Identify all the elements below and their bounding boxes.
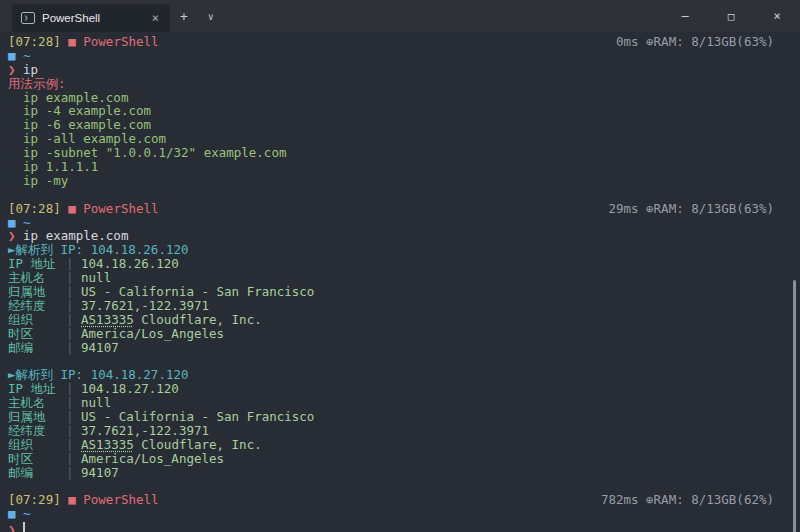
line-left: ❯ ip example.com [8, 229, 128, 243]
text-segment: PowerShell [83, 201, 158, 216]
line-left: 归属地| US - California - San Francisco [8, 410, 314, 424]
text-segment: IP 地址 [8, 257, 66, 271]
line-left: ❯ [8, 521, 25, 532]
terminal-line: ■ ~ [8, 507, 774, 521]
terminal-line: 经纬度| 37.7621,-122.3971 [8, 299, 774, 313]
terminal-line: ■ ~ [8, 49, 774, 63]
terminal-line: 组织| AS13335 Cloudflare, Inc. [8, 313, 774, 327]
text-segment: | [66, 270, 81, 285]
terminal-line [8, 354, 774, 368]
line-left: ip 1.1.1.1 [8, 160, 98, 174]
line-left: 主机名| null [8, 396, 111, 410]
text-segment: ~ [23, 215, 31, 230]
text-segment: | [66, 284, 81, 299]
text-segment: 归属地 [8, 410, 66, 424]
terminal-line [8, 188, 774, 202]
line-left: 用法示例: [8, 77, 66, 91]
line-left: ip example.com [8, 91, 128, 105]
text-segment: | [66, 340, 81, 355]
text-segment: 37.7621,-122.3971 [81, 298, 209, 313]
terminal-line: IP 地址| 104.18.26.120 [8, 257, 774, 271]
text-segment: ip example.com [8, 90, 128, 105]
terminal-line: 归属地| US - California - San Francisco [8, 410, 774, 424]
text-segment: 94107 [81, 340, 119, 355]
new-tab-button[interactable]: + [170, 9, 198, 24]
line-left: 组织| AS13335 Cloudflare, Inc. [8, 438, 262, 452]
terminal-line: [07:28] ■ PowerShell29ms ⊕RAM: 8/13GB(63… [8, 202, 774, 216]
terminal-line: ip example.com [8, 91, 774, 105]
text-cursor [23, 522, 25, 532]
terminal-line: ip -subnet "1.0.0.1/32" example.com [8, 146, 774, 160]
tab-powershell[interactable]: ❯ PowerShell × [12, 4, 170, 32]
line-left: ip -subnet "1.0.0.1/32" example.com [8, 146, 286, 160]
text-segment: null [81, 395, 111, 410]
scrollbar-thumb[interactable] [793, 280, 796, 532]
folder-icon: ■ [8, 48, 23, 63]
text-segment: 时区 [8, 327, 66, 341]
line-left: IP 地址| 104.18.26.120 [8, 257, 179, 271]
text-segment: 组织 [8, 313, 66, 327]
terminal-line: 用法示例: [8, 77, 774, 91]
line-left: ip -my [8, 174, 68, 188]
minimize-button[interactable]: — [662, 0, 708, 32]
text-segment: 主机名 [8, 396, 66, 410]
text-segment: [07:29] [8, 492, 68, 507]
terminal-line: ❯ ip example.com [8, 229, 774, 243]
text-segment: RAM: 8/13GB(63%) [654, 201, 774, 216]
terminal-line: ip 1.1.1.1 [8, 160, 774, 174]
text-segment: 经纬度 [8, 299, 66, 313]
text-segment: US - California - San Francisco [81, 284, 314, 299]
text-segment: Cloudflare, Inc. [134, 437, 262, 452]
line-left: ❯ ip [8, 63, 38, 77]
text-segment: ip -4 example.com [8, 103, 151, 118]
line-status: 782ms ⊕RAM: 8/13GB(62%) [601, 493, 774, 507]
line-status: 0ms ⊕RAM: 8/13GB(63%) [616, 35, 774, 49]
line-left: 主机名| null [8, 271, 111, 285]
terminal-line: 邮编| 94107 [8, 466, 774, 480]
text-segment: | [66, 326, 81, 341]
folder-icon: ■ [8, 506, 23, 521]
text-segment: 解析到 IP: 104.18.26.120 [16, 242, 189, 257]
text-segment: 37.7621,-122.3971 [81, 423, 209, 438]
terminal-badge-icon: ■ [68, 492, 83, 507]
text-segment: ip -subnet "1.0.0.1/32" example.com [8, 145, 286, 160]
line-left: [07:28] ■ PowerShell [8, 35, 159, 49]
terminal-badge-icon: ■ [68, 34, 83, 49]
terminal-line: 主机名| null [8, 396, 774, 410]
tab-close-icon[interactable]: × [150, 11, 161, 25]
terminal-body[interactable]: [07:28] ■ PowerShell0ms ⊕RAM: 8/13GB(63%… [0, 32, 800, 532]
result-arrow-icon: ► [8, 242, 16, 257]
text-segment: 邮编 [8, 341, 66, 355]
text-segment: ip 1.1.1.1 [8, 159, 98, 174]
terminal-line: ip -my [8, 174, 774, 188]
text-segment: | [66, 381, 81, 396]
line-left: ip -all example.com [8, 132, 166, 146]
prompt-chevron-icon: ❯ [8, 62, 23, 77]
title-bar: ❯ PowerShell × + ∨ — □ × [0, 0, 800, 32]
text-segment: | [66, 423, 81, 438]
text-segment: ~ [23, 48, 31, 63]
line-left: [07:29] ■ PowerShell [8, 493, 159, 507]
text-segment: 经纬度 [8, 424, 66, 438]
text-segment: 用法示例: [8, 76, 66, 91]
prompt-chevron-icon: ❯ [8, 228, 23, 243]
window-controls: — □ × [662, 0, 800, 32]
line-left: 时区| America/Los_Angeles [8, 327, 224, 341]
tab-dropdown-button[interactable]: ∨ [198, 11, 224, 22]
text-segment: ip [23, 62, 38, 77]
text-segment: RAM: 8/13GB(62%) [654, 492, 774, 507]
terminal-line: ■ ~ [8, 216, 774, 230]
line-left: ►解析到 IP: 104.18.26.120 [8, 243, 189, 257]
text-segment: 时区 [8, 452, 66, 466]
maximize-button[interactable]: □ [708, 0, 754, 32]
terminal-line: ►解析到 IP: 104.18.26.120 [8, 243, 774, 257]
powershell-icon: ❯ [21, 12, 35, 24]
close-button[interactable]: × [754, 0, 800, 32]
terminal-line: ►解析到 IP: 104.18.27.120 [8, 368, 774, 382]
text-segment: ~ [23, 506, 31, 521]
line-left: 组织| AS13335 Cloudflare, Inc. [8, 313, 262, 327]
ram-icon: ⊕ [646, 201, 654, 216]
terminal-line: ip -4 example.com [8, 104, 774, 118]
text-segment: [07:28] [8, 34, 68, 49]
text-segment: | [66, 395, 81, 410]
